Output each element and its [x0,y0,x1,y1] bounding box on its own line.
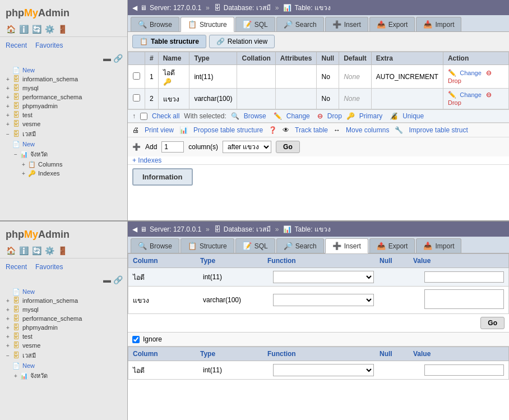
database-link-b[interactable]: Database: เวสมี [224,224,271,234]
settings-icon[interactable]: ⚙️ [44,24,54,34]
tree-db-vesme[interactable]: + 🗄 vesme [3,119,124,128]
info-icon[interactable]: ℹ️ [18,24,29,34]
move-link[interactable]: Move columns [346,126,389,134]
insert2-r1-function-select[interactable] [273,364,374,376]
insert-go-button[interactable]: Go [480,317,505,329]
toggle-vesme[interactable]: + [4,120,12,128]
change-selected[interactable]: Change [286,112,310,120]
toggle-mysql[interactable]: + [4,84,12,92]
check-all-link[interactable]: Check all [152,112,179,120]
tree-db-wesmi[interactable]: − 🗄 เวสมี [3,128,124,140]
tree-db-information-schema[interactable]: + 🗄 information_schema [3,75,124,84]
link-icon-b[interactable]: 🔗 [113,275,123,284]
server-link[interactable]: Server: 127.0.0.1 [150,4,201,12]
col-num[interactable]: # [145,52,159,65]
indexes-link[interactable]: + Indexes [128,154,166,167]
tab-sql[interactable]: 📝 SQL [235,17,275,31]
track-link[interactable]: Track table [295,126,328,134]
link-icon[interactable]: 🔗 [113,54,123,63]
new-label[interactable]: New [22,67,35,73]
row-1-checkbox[interactable] [133,72,140,80]
tab-insert[interactable]: ➕ Insert [325,17,368,31]
after-column-select[interactable]: after แขวง [223,141,271,153]
tree-db-test-b[interactable]: + 🗄 test [3,332,124,341]
tab-import[interactable]: 📥 Import [416,17,461,31]
exit-icon[interactable]: 🚪 [57,24,67,34]
tab-search[interactable]: 🔎 Search [276,17,324,31]
tree-new-b[interactable]: 📄 New [3,287,124,296]
new-table-label-b[interactable]: New [22,362,35,369]
tree-indexes[interactable]: + 🔑 Indexes [18,169,124,178]
tree-db-test[interactable]: + 🗄 test [3,110,124,119]
tree-db-phpmyadmin[interactable]: + 🗄 phpmyadmin [3,101,124,110]
exit-icon-b[interactable]: 🚪 [57,246,67,256]
ignore-checkbox[interactable] [132,336,140,343]
tree-db-perf-b[interactable]: + 🗄 performance_schema [3,314,124,323]
col-null[interactable]: Null [317,52,339,65]
toggle-test[interactable]: + [4,111,12,119]
server-link-b[interactable]: Server: 127.0.0.1 [150,225,201,233]
tab-structure-b[interactable]: 📋 Structure [181,238,234,253]
tree-new-wesmi-b[interactable]: 📄 New [11,361,124,370]
tree-table-changwat-b[interactable]: + 📊 จังหวัด [11,370,124,381]
tab-search-b[interactable]: 🔎 Search [276,238,324,253]
info-icon-b[interactable]: ℹ️ [18,246,29,256]
tab-browse-b[interactable]: 🔍 Browse [131,238,179,253]
insert-r2-value-textarea[interactable] [424,289,504,309]
tree-new-wesmi[interactable]: 📄 New [11,140,124,149]
toggle-indexes[interactable]: + [20,169,27,177]
insert-r1-function-select[interactable] [273,271,374,283]
col-collation[interactable]: Collation [237,52,275,65]
add-go-button[interactable]: Go [276,141,300,153]
add-columns-input[interactable] [161,141,184,153]
col-action[interactable]: Action [443,52,508,65]
print-view-link[interactable]: Print view [145,126,174,134]
drop-selected[interactable]: Drop [327,112,342,120]
tab-export[interactable]: 📤 Export [369,17,415,31]
database-link[interactable]: Database: เวสมี [224,2,271,13]
change-link-1[interactable]: Change [460,70,482,76]
sub-tab-structure[interactable]: 📋 Table structure [132,35,206,48]
collapse-icon-b[interactable]: ▬ [103,275,111,284]
browse-selected[interactable]: Browse [244,112,266,120]
tree-db-wesmi-b[interactable]: − 🗄 เวสมี [3,350,124,361]
tab-browse[interactable]: 🔍 Browse [131,17,179,31]
tree-db-info-b[interactable]: + 🗄 information_schema [3,296,124,305]
home-icon-b[interactable]: 🏠 [6,246,16,256]
toggle-info-schema[interactable]: + [4,75,12,83]
recent-link[interactable]: Recent [6,41,27,49]
sub-tab-relation[interactable]: 🔗 Relation view [209,35,275,48]
tree-db-phpmyadmin-b[interactable]: + 🗄 phpmyadmin [3,323,124,332]
favorites-link-b[interactable]: Favorites [35,263,63,271]
toggle-phpmyadmin[interactable]: + [4,102,12,110]
tree-db-perf[interactable]: + 🗄 performance_schema [3,93,124,101]
tree-db-mysql[interactable]: + 🗄 mysql [3,84,124,93]
tab-import-b[interactable]: 📥 Import [416,238,461,253]
settings-icon-b[interactable]: ⚙️ [44,246,54,256]
collapse-icon[interactable]: ▬ [103,54,111,63]
tree-table-changwat[interactable]: − 📊 จังหวัด [11,149,124,160]
tab-export-b[interactable]: 📤 Export [369,238,415,253]
insert-r1-value-input[interactable] [424,271,504,283]
row-2-checkbox[interactable] [133,94,140,101]
insert-r2-function-select[interactable] [273,294,374,306]
propose-link[interactable]: Propose table structure [193,126,263,134]
tab-structure[interactable]: 📋 Structure [181,17,234,32]
improve-link[interactable]: Improve table struct [409,126,468,134]
tree-db-mysql-b[interactable]: + 🗄 mysql [3,305,124,314]
table-link-b[interactable]: Table: แขวง [294,224,330,234]
drop-link-2[interactable]: Drop [448,99,461,106]
col-attributes[interactable]: Attributes [275,52,317,65]
new-label-b[interactable]: New [22,288,35,295]
col-name[interactable]: Name [158,52,189,65]
tab-insert-b[interactable]: ➕ Insert [325,238,368,253]
table-link[interactable]: Table: แขวง [294,2,330,13]
toggle-perf[interactable]: + [4,93,12,101]
tab-sql-b[interactable]: 📝 SQL [235,238,275,253]
refresh-icon-b[interactable]: 🔄 [31,246,41,256]
toggle-changwat[interactable]: − [12,150,20,158]
check-all-checkbox[interactable] [140,113,147,120]
col-default[interactable]: Default [339,52,372,65]
drop-link-1[interactable]: Drop [448,77,461,84]
tree-columns[interactable]: + 📋 Columns [18,160,124,169]
